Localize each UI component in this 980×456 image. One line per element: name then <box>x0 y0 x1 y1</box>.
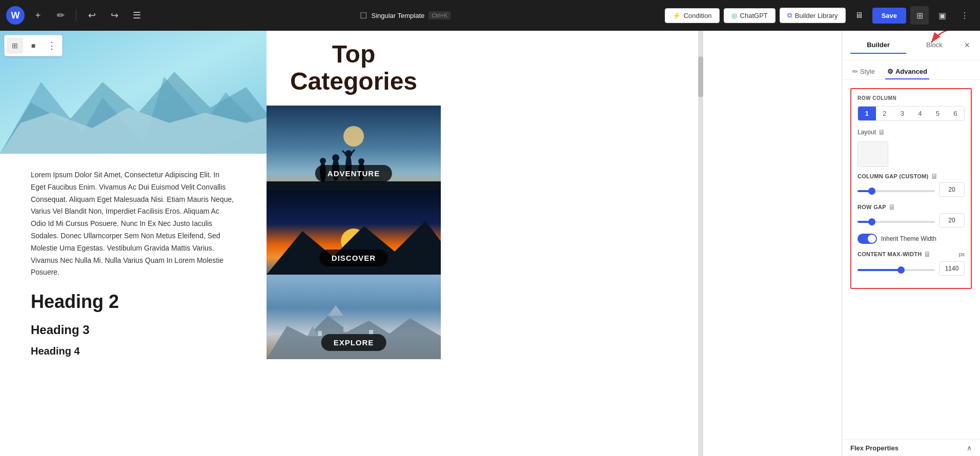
content-maxwidth-device-btn[interactable]: 🖥 <box>924 250 931 258</box>
panel-button[interactable]: ▣ <box>933 6 951 25</box>
content-maxwidth-unit: px <box>958 251 965 257</box>
content-maxwidth-label: CONTENT MAX-WIDTH 🖥 <box>858 250 931 258</box>
svg-point-9 <box>332 154 339 161</box>
column-gap-slider-row: 20 <box>858 182 965 197</box>
category-card-discover[interactable]: DISCOVER <box>267 190 441 275</box>
subtab-advanced[interactable]: ⚙ Advanced <box>885 65 929 79</box>
condition-button[interactable]: ⚡ Condition <box>665 8 720 23</box>
row-gap-device-btn[interactable]: 🖥 <box>888 203 895 211</box>
row-col-selector: 1 2 3 4 5 6 <box>858 106 965 121</box>
flex-chevron-up-icon: ∧ <box>967 444 972 452</box>
col-option-3[interactable]: 3 <box>893 107 911 120</box>
flex-properties-section[interactable]: Flex Properties ∧ <box>842 439 980 456</box>
canvas[interactable]: ⊞ ■ ⋮ <box>0 31 842 456</box>
add-icon: + <box>35 10 41 21</box>
grid-view-button[interactable]: ⊞ <box>910 6 929 25</box>
block-tool-icon: ■ <box>31 42 35 50</box>
adventure-badge: ADVENTURE <box>315 165 392 182</box>
layout-row: Layout 🖥 <box>858 128 965 136</box>
body-text: Lorem Ipsum Dolor Sit Amet, Consectetur … <box>31 169 236 279</box>
wp-logo[interactable]: W <box>6 6 25 25</box>
menu-button[interactable]: ☰ <box>128 6 146 25</box>
col-option-6[interactable]: 6 <box>947 107 965 120</box>
row-gap-slider-container <box>858 216 935 225</box>
advanced-icon: ⚙ <box>887 68 893 75</box>
block-tool-button[interactable]: ■ <box>25 37 42 54</box>
toggle-row: Inherit Theme Width <box>858 234 965 244</box>
tab-block[interactable]: Block <box>906 37 962 54</box>
style-icon: ✏ <box>852 68 858 75</box>
chatgpt-icon: ◎ <box>731 12 737 19</box>
content-maxwidth-slider-row: 1140 <box>858 261 965 276</box>
layout-preview <box>858 141 888 167</box>
save-button[interactable]: Save <box>872 8 906 24</box>
condition-label: Condition <box>684 12 712 19</box>
layout-device-btn[interactable]: 🖥 <box>878 128 885 136</box>
discover-badge: DISCOVER <box>319 250 388 266</box>
categories-column: Top Categories <box>267 31 441 372</box>
panel-close-button[interactable]: × <box>963 40 972 51</box>
subtab-style[interactable]: ✏ Style <box>850 65 877 79</box>
flex-properties-label: Flex Properties <box>850 444 899 452</box>
layout-tool-button[interactable]: ⊞ <box>7 37 23 54</box>
col-option-4[interactable]: 4 <box>911 107 929 120</box>
column-gap-label: COLUMN GAP (CUSTOM) 🖥 <box>858 172 938 180</box>
monitor-button[interactable]: 🖥 <box>850 6 868 25</box>
row-column-label: ROW COLUMN <box>858 95 965 101</box>
canvas-content: Lorem Ipsum Dolor Sit Amet, Consectetur … <box>0 31 842 456</box>
heading-3: Heading 3 <box>31 323 236 337</box>
row-gap-value: 20 <box>939 213 965 227</box>
svg-point-5 <box>343 126 364 147</box>
content-section: Lorem Ipsum Dolor Sit Amet, Consectetur … <box>0 154 267 372</box>
content-maxwidth-header: CONTENT MAX-WIDTH 🖥 px <box>858 250 965 258</box>
canvas-toolbar: ⊞ ■ ⋮ <box>4 35 63 56</box>
layout-label: Layout 🖥 <box>858 128 885 136</box>
column-gap-device-btn[interactable]: 🖥 <box>931 172 938 180</box>
canvas-scrollbar-track[interactable] <box>698 31 703 456</box>
advanced-label: Advanced <box>895 68 927 75</box>
column-gap-slider[interactable] <box>858 190 935 192</box>
categories-title: Top Categories <box>267 31 441 106</box>
more-options-button[interactable]: ⋮ <box>955 6 974 25</box>
menu-icon: ☰ <box>133 10 141 21</box>
svg-rect-25 <box>343 326 349 332</box>
col-option-2[interactable]: 2 <box>876 107 894 120</box>
top-bar-right: ⚡ Condition ◎ ChatGPT ⧉ Builder Library … <box>665 6 974 25</box>
category-card-explore[interactable]: EXPLORE <box>267 275 441 359</box>
more-tool-icon: ⋮ <box>47 40 56 51</box>
panel-subtabs: ✏ Style ⚙ Advanced <box>842 60 980 80</box>
category-card-adventure[interactable]: ADVENTURE <box>267 106 441 190</box>
pencil-button[interactable]: ✏ <box>51 6 70 25</box>
explore-badge: EXPLORE <box>321 334 386 351</box>
svg-point-13 <box>358 158 364 164</box>
row-gap-label-row: ROW GAP 🖥 <box>858 203 965 211</box>
panel-body[interactable]: ROW COLUMN 1 2 3 4 5 6 Layout 🖥 <box>842 80 980 439</box>
two-col-layout: Lorem Ipsum Dolor Sit Amet, Consectetur … <box>0 31 441 372</box>
chatgpt-button[interactable]: ◎ ChatGPT <box>724 8 775 23</box>
redo-button[interactable]: ↪ <box>105 6 124 25</box>
undo-icon: ↩ <box>88 10 96 21</box>
column-gap-slider-container <box>858 185 935 194</box>
content-maxwidth-slider[interactable] <box>858 269 935 271</box>
more-icon: ⋮ <box>961 11 969 20</box>
panel-header: Builder Block × <box>842 31 980 60</box>
column-gap-value: 20 <box>939 182 965 197</box>
row-gap-slider-row: 20 <box>858 213 965 227</box>
inherit-theme-toggle[interactable] <box>858 234 877 244</box>
wp-logo-text: W <box>11 10 20 21</box>
layout-tool-icon: ⊞ <box>12 42 18 50</box>
title-line1: Top <box>277 41 431 68</box>
heading-2: Heading 2 <box>31 291 236 313</box>
library-button[interactable]: ⧉ Builder Library <box>780 8 846 23</box>
tab-builder[interactable]: Builder <box>850 37 906 54</box>
more-tool-button[interactable]: ⋮ <box>44 37 60 54</box>
content-maxwidth-value: 1140 <box>939 261 965 276</box>
undo-button[interactable]: ↩ <box>83 6 101 25</box>
col-option-5[interactable]: 5 <box>929 107 947 120</box>
column-gap-label-row: COLUMN GAP (CUSTOM) 🖥 <box>858 172 965 180</box>
add-button[interactable]: + <box>29 6 47 25</box>
row-gap-slider[interactable] <box>858 221 935 223</box>
canvas-scrollbar-thumb[interactable] <box>698 56 703 97</box>
content-maxwidth-slider-container <box>858 264 935 273</box>
col-option-1[interactable]: 1 <box>858 107 876 120</box>
